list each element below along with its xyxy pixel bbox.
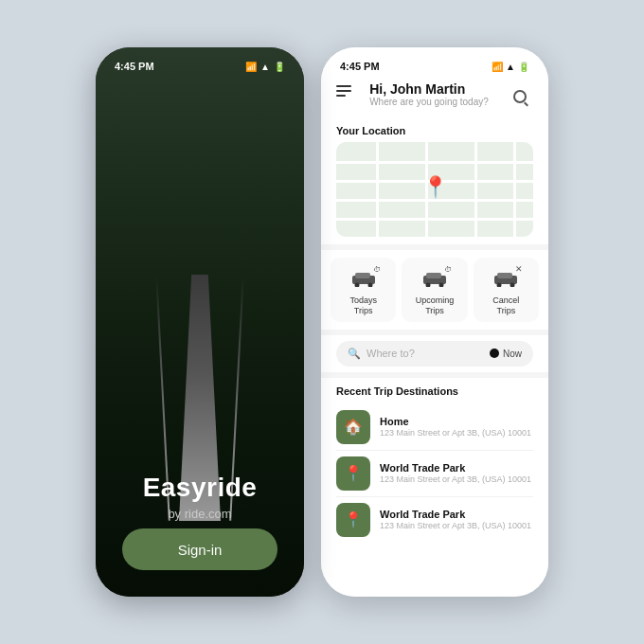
map-view[interactable]: 📍 bbox=[336, 142, 533, 237]
quick-actions-bar: ⏱ TodaysTrips ⏱ UpcomingTrips bbox=[321, 250, 548, 330]
where-to-search-bar[interactable]: 🔍 Where to? Now bbox=[336, 341, 533, 367]
trip-icon-box-home: 🏠 bbox=[336, 410, 370, 444]
location-icon-wtp2: 📍 bbox=[344, 510, 363, 528]
menu-button[interactable] bbox=[336, 85, 351, 97]
trip-name-home: Home bbox=[380, 416, 531, 427]
status-icons-left: 📶 ▲ 🔋 bbox=[245, 62, 285, 72]
trip-icon-box-wtp1: 📍 bbox=[336, 456, 370, 491]
location-icon-wtp1: 📍 bbox=[344, 464, 363, 482]
header-greeting-area: Hi, John Martin Where are you going toda… bbox=[369, 81, 489, 107]
trip-name-wtp1: World Trade Park bbox=[380, 462, 531, 474]
map-section: Your Location 📍 bbox=[321, 119, 548, 244]
cancel-trips-icon-wrap: ✕ bbox=[489, 265, 523, 292]
status-bar-left: 4:45 PM 📶 ▲ 🔋 bbox=[115, 61, 285, 72]
svg-rect-1 bbox=[355, 273, 370, 278]
map-road-v3 bbox=[474, 142, 477, 237]
cancel-trips-label: CancelTrips bbox=[492, 295, 519, 316]
now-badge: Now bbox=[490, 349, 522, 359]
trip-addr-home: 123 Main Street or Apt 3B, (USA) 10001 bbox=[380, 428, 531, 438]
todays-trips-label: TodaysTrips bbox=[349, 295, 377, 316]
phones-container: 4:45 PM 📶 ▲ 🔋 Easyride by ride.com Sign-… bbox=[96, 47, 548, 597]
map-location-pin: 📍 bbox=[422, 175, 448, 200]
left-phone: 4:45 PM 📶 ▲ 🔋 Easyride by ride.com Sign-… bbox=[96, 47, 304, 597]
recent-trips-section: Recent Trip Destinations 🏠 Home 123 Main… bbox=[321, 378, 548, 597]
map-road-h1 bbox=[336, 161, 533, 164]
menu-line-3 bbox=[336, 95, 346, 97]
app-header: Hi, John Martin Where are you going toda… bbox=[321, 78, 548, 119]
upcoming-trips-label: UpcomingTrips bbox=[416, 295, 455, 316]
trip-icon-box-wtp2: 📍 bbox=[336, 503, 370, 537]
trip-name-wtp2: World Trade Park bbox=[380, 509, 531, 520]
battery-icon-right: 🔋 bbox=[518, 62, 529, 72]
map-road-v1 bbox=[376, 142, 379, 237]
trip-info-wtp1: World Trade Park 123 Main Street or Apt … bbox=[380, 462, 531, 484]
right-phone: 4:45 PM 📶 ▲ 🔋 Hi, John Martin Where are … bbox=[321, 47, 548, 597]
your-location-label: Your Location bbox=[336, 125, 533, 136]
signal-icon-right: ▲ bbox=[506, 62, 515, 72]
map-road-h4 bbox=[336, 218, 533, 221]
cancel-badge: ✕ bbox=[513, 263, 525, 275]
home-icon: 🏠 bbox=[344, 418, 363, 436]
search-bar-left: 🔍 Where to? bbox=[348, 348, 415, 360]
search-bar-placeholder: Where to? bbox=[367, 348, 415, 359]
wifi-icon: 📶 bbox=[245, 62, 257, 72]
timer-badge-upcoming: ⏱ bbox=[442, 263, 454, 275]
now-label: Now bbox=[503, 349, 522, 359]
upcoming-trips-card[interactable]: ⏱ UpcomingTrips bbox=[402, 258, 467, 322]
status-bar-right: 4:45 PM 📶 ▲ 🔋 bbox=[321, 47, 548, 78]
search-bar-icon: 🔍 bbox=[348, 348, 361, 360]
todays-trips-icon-wrap: ⏱ bbox=[347, 265, 381, 292]
trip-addr-wtp1: 123 Main Street or Apt 3B, (USA) 10001 bbox=[380, 474, 531, 484]
cancel-trips-card[interactable]: ✕ CancelTrips bbox=[474, 258, 539, 322]
trip-item-wtp1[interactable]: 📍 World Trade Park 123 Main Street or Ap… bbox=[336, 451, 533, 497]
menu-line-2 bbox=[336, 90, 351, 92]
now-dot bbox=[490, 349, 499, 358]
search-icon bbox=[513, 90, 527, 103]
menu-line-1 bbox=[336, 85, 351, 87]
signal-icon: ▲ bbox=[260, 62, 270, 72]
trip-addr-wtp2: 123 Main Street or Apt 3B, (USA) 10001 bbox=[380, 521, 531, 530]
search-button[interactable] bbox=[507, 83, 533, 110]
upcoming-trips-icon-wrap: ⏱ bbox=[418, 265, 452, 292]
todays-trips-card[interactable]: ⏱ TodaysTrips bbox=[331, 258, 396, 322]
search-bar-section: 🔍 Where to? Now bbox=[321, 335, 548, 372]
greeting-subtitle: Where are you going today? bbox=[369, 97, 489, 107]
signin-button[interactable]: Sign-in bbox=[122, 528, 277, 570]
trip-item-wtp2[interactable]: 📍 World Trade Park 123 Main Street or Ap… bbox=[336, 497, 533, 543]
timer-badge-today: ⏱ bbox=[371, 263, 383, 275]
greeting-text: Hi, John Martin bbox=[369, 81, 489, 97]
status-icons-right: 📶 ▲ 🔋 bbox=[492, 62, 529, 72]
map-road-v4 bbox=[513, 142, 516, 237]
svg-rect-5 bbox=[426, 273, 441, 278]
recent-trips-label: Recent Trip Destinations bbox=[336, 385, 533, 397]
trip-info-wtp2: World Trade Park 123 Main Street or Apt … bbox=[380, 509, 531, 530]
status-time-left: 4:45 PM bbox=[115, 61, 154, 72]
svg-rect-9 bbox=[497, 273, 512, 278]
trip-item-home[interactable]: 🏠 Home 123 Main Street or Apt 3B, (USA) … bbox=[336, 404, 533, 451]
wifi-icon-right: 📶 bbox=[492, 62, 503, 72]
trip-info-home: Home 123 Main Street or Apt 3B, (USA) 10… bbox=[380, 416, 531, 438]
app-branding: Easyride by ride.com bbox=[96, 473, 304, 521]
battery-icon: 🔋 bbox=[274, 62, 285, 72]
app-subtitle: by ride.com bbox=[96, 507, 304, 521]
app-name: Easyride bbox=[96, 473, 304, 503]
status-time-right: 4:45 PM bbox=[340, 61, 380, 72]
